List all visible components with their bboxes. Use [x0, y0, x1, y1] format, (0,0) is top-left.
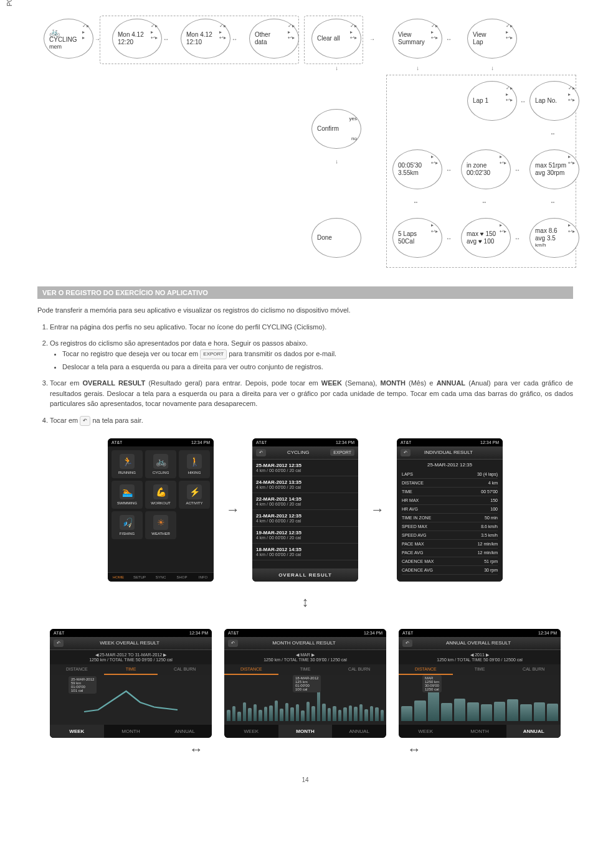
tab-calburn[interactable]: CAL BURN: [158, 664, 212, 675]
tab-setup[interactable]: SETUP: [129, 573, 150, 582]
time: 12:34 PM: [480, 440, 499, 445]
period-week[interactable]: WEEK: [399, 725, 453, 738]
result-date: 25-MAR-2012 12:35: [402, 462, 498, 468]
tab-time[interactable]: TIME: [453, 664, 507, 675]
node-hr: max ♥ 150 avg ♥ 100 ▸↩▸: [461, 218, 511, 258]
node-distance-time: 00:05'30 3.55km ▸↩▸: [392, 149, 442, 189]
step-4: Tocar em ↶ na tela para sair.: [50, 415, 573, 426]
tab-bar: HOME SETUP SYNC SHOP INFO: [108, 572, 214, 582]
chart-totals: 1250 km / TOTAL TIME 50 09'00 / 12500 ca…: [437, 658, 523, 662]
list-item[interactable]: 19-MAR-2012 12:354 km / 00 60'00 / 20 ca…: [252, 527, 358, 544]
list-item[interactable]: 21-MAR-2012 12:354 km / 00 60'00 / 20 ca…: [252, 510, 358, 527]
confirm-yes: yes: [349, 116, 357, 122]
node-view-lap: View Lap ✓▸▸↩▸: [467, 19, 517, 59]
screen-individual-result: AT&T 12:34 PM ↶ INDIVIDUAL RESULT 25-MAR…: [397, 438, 503, 582]
period-annual[interactable]: ANNUAL: [158, 725, 212, 738]
result-row: TIME00 57'00: [402, 488, 498, 496]
screen-header: ↶ INDIVIDUAL RESULT: [397, 446, 503, 460]
period-tabs: WEEK MONTH ANNUAL: [224, 725, 386, 738]
node-text: avg 30rpm: [535, 169, 579, 177]
tab-home[interactable]: HOME: [108, 573, 129, 582]
back-button[interactable]: ↶: [401, 449, 411, 456]
period-month[interactable]: MONTH: [278, 725, 333, 738]
period-tabs: WEEK MONTH ANNUAL: [399, 725, 561, 738]
nav-arrows: ✓▸▸↩▸: [350, 23, 357, 41]
result-row: CADENCE MAX51 rpm: [402, 557, 498, 566]
period-week[interactable]: WEEK: [50, 725, 104, 738]
activity-icon: ⚡: [187, 484, 202, 499]
period-annual[interactable]: ANNUAL: [332, 725, 386, 738]
back-button[interactable]: ↶: [228, 639, 238, 647]
screen-title: WEEK OVERALL RESULT: [100, 640, 159, 646]
back-button[interactable]: ↶: [54, 639, 64, 647]
row-meta: 4 km / 00 60'00 / 20 cal: [256, 502, 354, 506]
back-button[interactable]: ↶: [402, 639, 412, 647]
row-meta: 4 km / 00 60'00 / 20 cal: [256, 468, 354, 473]
screen-title: ANNUAL OVERALL RESULT: [446, 640, 511, 646]
screen-header: ↶ ANNUAL OVERALL RESULT: [399, 637, 561, 650]
cell-label: WEATHER: [151, 532, 170, 535]
time: 12:34 PM: [364, 631, 382, 635]
tab-sync[interactable]: SYNC: [150, 573, 171, 582]
tab-calburn[interactable]: CAL BURN: [506, 664, 561, 675]
metric-tabs: DISTANCE TIME CAL BURN: [399, 664, 561, 675]
tab-distance[interactable]: DISTANCE: [224, 664, 278, 675]
list-item[interactable]: 18-MAR-2012 14:354 km / 00 60'00 / 20 ca…: [252, 544, 358, 560]
profile-workout[interactable]: 💪WORKOUT: [145, 481, 176, 509]
steps-list: Entrar na página dos perfis no seu aplic…: [37, 322, 573, 426]
overall-result-button[interactable]: OVERALL RESULT: [252, 568, 358, 582]
profile-running[interactable]: 🏃RUNNING: [112, 450, 143, 478]
bullet-text-a: Tocar no registro que deseja ver ou toca…: [62, 350, 198, 357]
node-clear-all: Clear all ✓▸▸↩▸: [311, 19, 361, 59]
screen-header: ↶ MONTH OVERALL RESULT: [224, 637, 386, 650]
list-item[interactable]: 24-MAR-2012 13:354 km / 00 60'00 / 20 ca…: [252, 476, 358, 493]
status-bar: AT&T 12:34 PM: [399, 629, 561, 637]
list-item[interactable]: 22-MAR-2012 14:354 km / 00 60'00 / 20 ca…: [252, 493, 358, 510]
period-month[interactable]: MONTH: [104, 725, 158, 738]
step-1: Entrar na página dos perfis no seu aplic…: [50, 322, 573, 333]
chart-totals: 1250 km / TOTAL TIME 50 09'00 / 1250 cal: [89, 658, 173, 662]
result-row: TIME IN ZONE50 min: [402, 514, 498, 522]
status-bar: AT&T 12:34 PM: [108, 438, 214, 446]
cell-label: SWIMMING: [117, 501, 137, 505]
nav-arrows: ✓▸▸↩▸: [506, 23, 513, 41]
export-button[interactable]: EXPORT: [330, 449, 354, 456]
profile-activity[interactable]: ⚡ACTIVITY: [179, 481, 210, 509]
time: 12:34 PM: [191, 440, 210, 445]
period-month[interactable]: MONTH: [453, 725, 507, 738]
row-date: 25-MAR-2012 12:35: [256, 463, 354, 468]
tab-time[interactable]: TIME: [104, 664, 158, 675]
hiking-icon: 🚶: [187, 454, 202, 469]
cell-label: FISHING: [120, 532, 135, 535]
profile-hiking[interactable]: 🚶HIKING: [179, 450, 210, 478]
period-annual[interactable]: ANNUAL: [506, 725, 561, 738]
tab-distance[interactable]: DISTANCE: [50, 664, 104, 675]
status-bar: AT&T 12:34 PM: [224, 629, 386, 637]
tab-distance[interactable]: DISTANCE: [399, 664, 453, 675]
nav-arrows: ▸↩▸: [431, 154, 438, 166]
result-row: CADENCE AVG30 rpm: [402, 566, 498, 575]
profile-swimming[interactable]: 🏊SWIMMING: [112, 481, 143, 509]
screen-month-overall: AT&T 12:34 PM ↶ MONTH OVERALL RESULT ◀ M…: [224, 629, 386, 738]
profile-fishing[interactable]: 🎣FISHING: [112, 511, 143, 539]
step-text: Tocar em OVERALL RESULT (Resultado geral…: [50, 379, 573, 407]
period-week[interactable]: WEEK: [224, 725, 278, 738]
tab-info[interactable]: INFO: [192, 573, 214, 582]
chart-area: 18-MAR-2012 125 km 01:00'00 100 cal: [224, 675, 386, 725]
tab-time[interactable]: TIME: [278, 664, 333, 675]
cell-label: ACTIVITY: [186, 501, 202, 505]
tab-shop[interactable]: SHOP: [171, 573, 192, 582]
profile-weather[interactable]: ☀WEATHER: [145, 511, 176, 539]
nav-arrows: ✓▸▸↩▸: [288, 23, 295, 41]
node-lap1: Lap 1 ✓▸▸↩▸: [467, 81, 517, 121]
page-number: 14: [37, 776, 573, 783]
step-text: Os registros do ciclismo são apresentado…: [50, 339, 308, 347]
tab-calburn[interactable]: CAL BURN: [332, 664, 386, 675]
back-button[interactable]: ↶: [256, 449, 266, 456]
result-row: HR MAX150: [402, 496, 498, 505]
section-title: VER O REGISTRO DO EXERCÍCIO NO APLICATIV…: [37, 286, 573, 299]
list-item[interactable]: 25-MAR-2012 12:354 km / 00 60'00 / 20 ca…: [252, 460, 358, 476]
screen-title: INDIVIDUAL RESULT: [424, 450, 473, 455]
profile-cycling[interactable]: 🚲CYCLING: [145, 450, 176, 478]
confirm-no: no: [351, 136, 357, 142]
